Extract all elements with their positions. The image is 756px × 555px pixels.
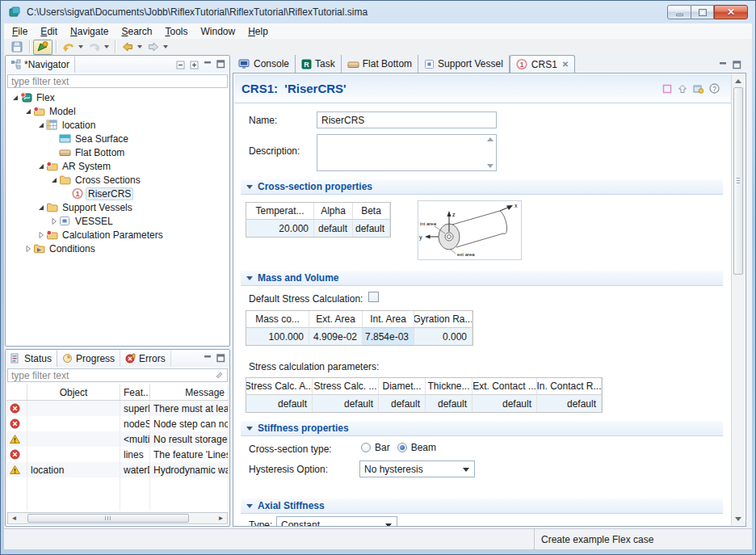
menu-edit[interactable]: Edit bbox=[34, 25, 64, 38]
description-input[interactable] bbox=[317, 134, 497, 171]
tree-item-calculation-parameters[interactable]: Calculation Parameters bbox=[6, 228, 229, 242]
restore-button[interactable] bbox=[691, 5, 714, 19]
message-column-header[interactable]: Message bbox=[150, 385, 229, 400]
tree-item-vessel[interactable]: VESSEL bbox=[6, 214, 229, 228]
menu-file[interactable]: File bbox=[6, 25, 34, 38]
expander-open-icon[interactable] bbox=[37, 162, 45, 170]
collapse-all-icon[interactable] bbox=[176, 60, 186, 69]
expander-closed-icon[interactable] bbox=[24, 245, 32, 253]
expander-open-icon[interactable] bbox=[50, 176, 58, 184]
table-cell[interactable]: default bbox=[426, 395, 472, 412]
table-cell[interactable]: default bbox=[472, 395, 537, 412]
menu-help[interactable]: Help bbox=[242, 25, 275, 38]
new-wizard-icon[interactable] bbox=[693, 84, 704, 94]
section-collapse-icon[interactable] bbox=[246, 427, 253, 431]
column-header[interactable]: Ext. Contact ... bbox=[472, 378, 537, 395]
object-column-header[interactable]: Object bbox=[27, 385, 120, 400]
tree-item-conditions[interactable]: Conditions bbox=[6, 242, 229, 255]
section-cross-section-properties[interactable]: Cross-section properties bbox=[241, 179, 723, 195]
scrollbar-thumb[interactable] bbox=[733, 87, 743, 275]
section-mass-and-volume[interactable]: Mass and Volume bbox=[241, 271, 723, 286]
window-titlebar[interactable]: C:\Users\sigvat\Documents\Jobb\RiflexTut… bbox=[1, 1, 755, 23]
pin-icon[interactable] bbox=[662, 84, 672, 94]
table-cell[interactable]: 20.000 bbox=[246, 220, 314, 237]
column-header[interactable]: Int. Area bbox=[363, 311, 414, 328]
menu-window[interactable]: Window bbox=[195, 25, 242, 38]
column-header[interactable]: In. Contact R... bbox=[537, 378, 602, 395]
tab-status[interactable]: Status bbox=[6, 350, 57, 367]
tab-progress[interactable]: Progress bbox=[57, 350, 120, 367]
scroll-right-icon[interactable]: ► bbox=[215, 513, 227, 523]
table-cell[interactable]: default bbox=[246, 395, 313, 412]
table-cell[interactable]: 4.909e-02 bbox=[309, 328, 363, 345]
table-cell[interactable]: default bbox=[314, 220, 353, 237]
up-arrow-icon[interactable] bbox=[678, 84, 687, 94]
menu-search[interactable]: Search bbox=[115, 25, 158, 38]
status-filter-input[interactable]: type filter text bbox=[7, 368, 228, 382]
expander-open-icon[interactable] bbox=[37, 204, 45, 212]
redo-button[interactable] bbox=[86, 39, 103, 55]
close-tab-icon[interactable]: ✕ bbox=[562, 60, 569, 69]
radio-bar[interactable] bbox=[361, 443, 371, 452]
tab-errors[interactable]: Errors bbox=[120, 350, 171, 367]
tree-item-flat-bottom[interactable]: Flat Bottom bbox=[6, 145, 229, 159]
minimize-button[interactable] bbox=[667, 5, 691, 19]
table-cell[interactable]: 0.000 bbox=[414, 328, 472, 345]
expand-all-icon[interactable] bbox=[190, 60, 200, 69]
radio-beam[interactable] bbox=[397, 443, 407, 452]
column-header[interactable]: Ext. Area bbox=[309, 311, 363, 328]
horizontal-scrollbar[interactable]: ◄ ► bbox=[7, 512, 228, 524]
tree-item-location[interactable]: location bbox=[6, 118, 229, 132]
maximize-editor-icon[interactable] bbox=[733, 61, 741, 69]
maximize-panel-icon[interactable] bbox=[216, 354, 225, 363]
column-header[interactable]: Mass co... bbox=[246, 311, 309, 328]
scroll-down-icon[interactable] bbox=[733, 513, 744, 524]
status-row[interactable]: lines The feature 'Lines' o bbox=[6, 447, 229, 462]
expander-open-icon[interactable] bbox=[11, 94, 19, 102]
forward-dropdown-icon[interactable] bbox=[163, 45, 168, 48]
scroll-up-icon[interactable] bbox=[485, 137, 494, 141]
section-stiffness-properties[interactable]: Stiffness properties bbox=[241, 421, 723, 436]
minimize-editor-icon[interactable] bbox=[719, 61, 728, 69]
redo-dropdown-icon[interactable] bbox=[104, 45, 109, 48]
expander-open-icon[interactable] bbox=[37, 121, 45, 129]
validate-button[interactable] bbox=[33, 40, 52, 55]
section-collapse-icon[interactable] bbox=[246, 276, 253, 280]
tree-item-sea-surface[interactable]: Sea Surface bbox=[6, 132, 229, 145]
expander-open-icon[interactable] bbox=[24, 107, 32, 116]
menu-tools[interactable]: Tools bbox=[158, 25, 194, 38]
table-cell[interactable]: 100.000 bbox=[246, 328, 309, 345]
tree-item-cross-sections[interactable]: Cross Sections bbox=[6, 173, 229, 187]
table-cell[interactable]: default bbox=[379, 395, 426, 412]
save-button[interactable] bbox=[8, 39, 26, 55]
feature-column-header[interactable]: Feat... bbox=[120, 385, 150, 400]
tab-crs1[interactable]: 1 CRS1 ✕ bbox=[510, 55, 575, 73]
expander-closed-icon[interactable] bbox=[50, 217, 58, 225]
expander-closed-icon[interactable] bbox=[37, 231, 45, 239]
column-header[interactable]: Gyration Ra... bbox=[414, 311, 472, 328]
name-input[interactable]: RiserCRS bbox=[317, 111, 497, 128]
undo-dropdown-icon[interactable] bbox=[78, 45, 83, 48]
tab-flat-bottom[interactable]: Flat Bottom bbox=[342, 55, 418, 73]
table-cell[interactable]: default bbox=[313, 395, 379, 412]
column-header[interactable]: Diamet... bbox=[379, 378, 426, 395]
column-header[interactable]: Temperat... bbox=[246, 203, 314, 220]
section-axial-stiffness[interactable]: Axial Stiffness bbox=[241, 498, 723, 514]
status-row[interactable]: location waterD Hydrodynamic wate bbox=[6, 462, 229, 477]
tree-item-model[interactable]: Model bbox=[6, 104, 229, 118]
minimize-panel-icon[interactable] bbox=[204, 354, 212, 363]
scroll-left-icon[interactable]: ◄ bbox=[8, 513, 20, 523]
tab-support-vessel[interactable]: Support Vessel bbox=[418, 55, 510, 73]
table-cell[interactable]: default bbox=[353, 220, 390, 237]
tree-item-risercrs[interactable]: 1 RiserCRS bbox=[6, 187, 229, 200]
mass-table[interactable]: Mass co... Ext. Area Int. Area Gyration … bbox=[246, 310, 473, 346]
undo-button[interactable] bbox=[60, 39, 78, 55]
type-dropdown[interactable]: Constant bbox=[276, 516, 397, 527]
tree-item-ar-system[interactable]: AR System bbox=[6, 159, 229, 173]
column-header[interactable]: Alpha bbox=[314, 203, 353, 220]
tab-console[interactable]: Console bbox=[233, 55, 296, 73]
status-row[interactable]: nodeSt Node step can not b bbox=[6, 416, 229, 431]
table-cell[interactable]: 7.854e-03 bbox=[363, 328, 414, 345]
column-header[interactable]: Thickne... bbox=[426, 378, 472, 395]
stress-table[interactable]: Stress Calc. A... Stress Calc. ... Diame… bbox=[246, 377, 603, 413]
